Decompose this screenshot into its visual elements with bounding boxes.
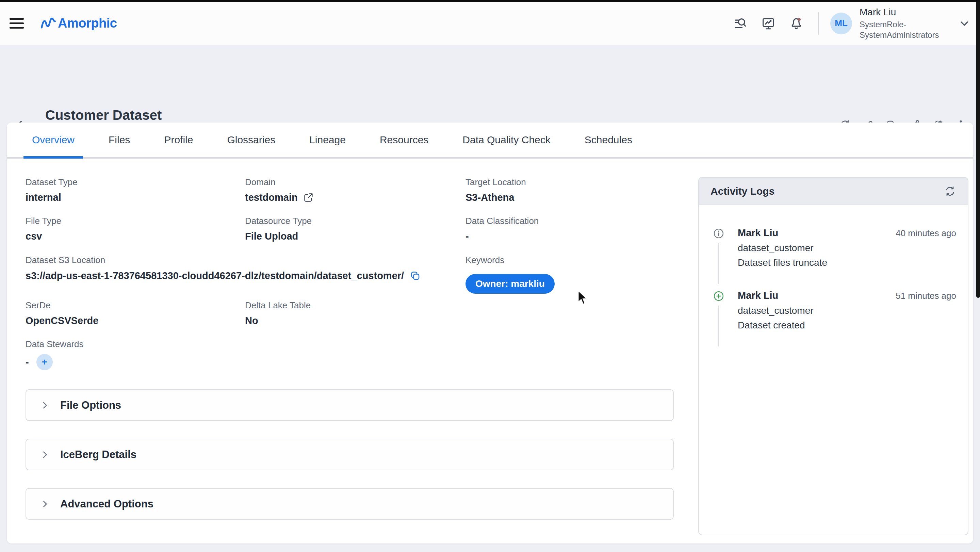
accordion-title: IceBerg Details — [60, 449, 137, 461]
plus-circle-icon — [713, 290, 725, 302]
dataset-header: Customer Dataset Created By Mark Liu an … — [0, 45, 980, 122]
user-role: SystemRole-SystemAdministrators — [859, 19, 954, 40]
user-info[interactable]: Mark Liu SystemRole-SystemAdministrators — [859, 7, 954, 40]
activity-logs-title: Activity Logs — [711, 186, 775, 197]
keyword-chip: Owner: markliu — [466, 274, 555, 294]
timeline-connector — [718, 305, 719, 347]
user-avatar[interactable]: ML — [830, 13, 852, 34]
field-dataset-type: Dataset Type internal — [25, 177, 78, 203]
field-delta-lake-table: Delta Lake Table No — [245, 300, 311, 326]
timeline-connector — [718, 243, 719, 284]
log-time: 40 minutes ago — [896, 228, 956, 239]
notification-dot — [798, 18, 801, 21]
field-serde: SerDe OpenCSVSerde — [25, 300, 98, 326]
log-time: 51 minutes ago — [896, 291, 956, 301]
log-user: Mark Liu — [738, 227, 778, 239]
s3-location-value: s3://adp-us-east-1-783764581330-cloudd46… — [25, 270, 404, 282]
log-object: dataset_customer — [738, 305, 956, 316]
top-navbar: Amorphic ML Mark Liu Sys — [0, 2, 980, 45]
activity-log-list: Mark Liu 40 minutes ago dataset_customer… — [699, 205, 968, 331]
monitoring-icon[interactable] — [761, 16, 776, 31]
field-s3-location: Dataset S3 Location s3://adp-us-east-1-7… — [25, 255, 421, 282]
accordion-title: File Options — [60, 399, 121, 412]
log-entry: Mark Liu 51 minutes ago dataset_customer… — [713, 290, 956, 331]
tab-data-quality-check[interactable]: Data Quality Check — [454, 122, 559, 157]
page-title: Customer Dataset — [45, 108, 162, 123]
data-stewards-value: - — [25, 357, 29, 368]
tab-files[interactable]: Files — [100, 122, 138, 157]
field-data-stewards: Data Stewards - + — [25, 339, 84, 370]
log-user: Mark Liu — [738, 290, 778, 301]
log-entry: Mark Liu 40 minutes ago dataset_customer… — [713, 227, 956, 268]
user-name: Mark Liu — [859, 7, 954, 18]
tab-overview[interactable]: Overview — [24, 122, 83, 157]
field-domain: Domain testdomain — [245, 177, 314, 203]
activity-refresh-icon[interactable] — [944, 185, 956, 197]
domain-value: testdomain — [245, 192, 298, 203]
brand-name: Amorphic — [58, 16, 117, 31]
tab-bar: Overview Files Profile Glossaries Lineag… — [7, 122, 973, 159]
copy-icon[interactable] — [409, 270, 421, 282]
user-menu-chevron-down-icon[interactable] — [958, 17, 971, 30]
brand-logo[interactable]: Amorphic — [40, 14, 117, 32]
tab-lineage[interactable]: Lineage — [301, 122, 354, 157]
accordion-title: Advanced Options — [60, 498, 153, 510]
activity-logs-panel: Activity Logs — [698, 177, 969, 535]
navbar-divider — [818, 12, 819, 35]
field-file-type: File Type csv — [25, 216, 61, 242]
page-scrollbar[interactable] — [976, 2, 980, 298]
info-circle-icon — [713, 227, 725, 240]
chevron-right-icon — [40, 450, 50, 460]
accordion-file-options[interactable]: File Options — [25, 389, 674, 421]
chevron-right-icon — [40, 400, 50, 410]
tab-resources[interactable]: Resources — [371, 122, 437, 157]
accordion-advanced-options[interactable]: Advanced Options — [25, 488, 674, 520]
log-object: dataset_customer — [738, 243, 956, 253]
notifications-bell-icon[interactable] — [789, 16, 804, 31]
chevron-right-icon — [40, 499, 50, 509]
dataset-detail-card: Overview Files Profile Glossaries Lineag… — [7, 122, 973, 544]
tab-glossaries[interactable]: Glossaries — [218, 122, 284, 157]
menu-icon[interactable] — [10, 15, 24, 31]
field-keywords: Keywords Owner: markliu — [466, 255, 555, 294]
accordion-iceberg-details[interactable]: IceBerg Details — [25, 439, 674, 470]
tab-profile[interactable]: Profile — [156, 122, 202, 157]
field-target-location: Target Location S3-Athena — [466, 177, 526, 203]
field-datasource-type: Datasource Type File Upload — [245, 216, 312, 242]
log-action: Dataset created — [738, 320, 956, 331]
window-edge-top — [0, 0, 980, 2]
search-icon[interactable] — [733, 16, 748, 31]
external-link-icon[interactable] — [303, 192, 314, 203]
field-data-classification: Data Classification - — [466, 216, 539, 242]
activity-logs-header: Activity Logs — [699, 178, 968, 205]
tab-schedules[interactable]: Schedules — [576, 122, 641, 157]
log-action: Dataset files truncate — [738, 257, 956, 268]
amorphic-logo-icon — [40, 14, 57, 32]
add-data-steward-button[interactable]: + — [37, 354, 53, 370]
